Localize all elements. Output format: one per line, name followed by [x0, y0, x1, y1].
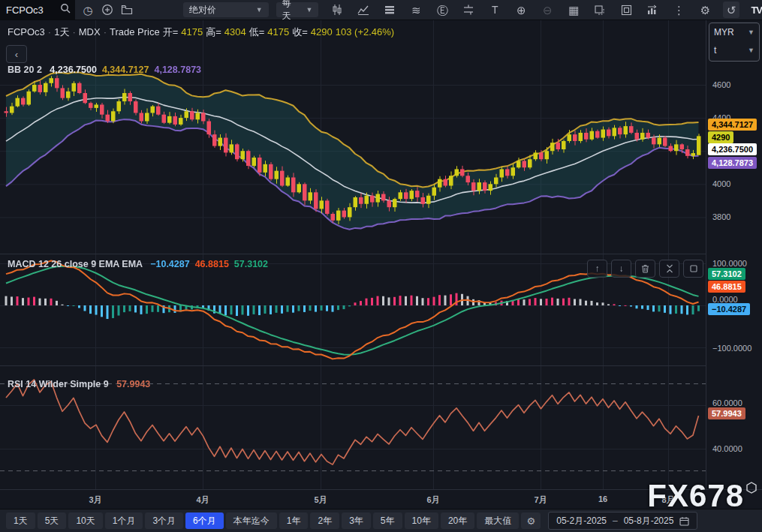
time-history-button[interactable]: ◷	[80, 2, 96, 18]
symbol-search-input[interactable]	[5, 4, 60, 17]
maximize-pane-button[interactable]	[683, 260, 703, 278]
pane-divider[interactable]	[0, 365, 706, 366]
range-button-3年[interactable]: 3年	[342, 512, 371, 529]
info-part: 103 (+2.46%)	[336, 26, 394, 38]
info-part: ·	[72, 26, 75, 38]
events-button[interactable]: Ⓔ	[434, 2, 450, 18]
range-button-20年[interactable]: 20年	[441, 512, 474, 529]
range-button-10天[interactable]: 10天	[68, 512, 102, 529]
range-button-本年迄今[interactable]: 本年迄今	[226, 512, 277, 529]
hexagon-logo-icon	[745, 482, 757, 494]
indicators-button[interactable]	[355, 2, 372, 18]
macd-value: 57.3102	[234, 259, 268, 269]
pane-divider[interactable]	[0, 254, 706, 254]
search-icon	[60, 3, 71, 17]
range-button-10年[interactable]: 10年	[405, 512, 438, 529]
volume-chart-button[interactable]	[644, 2, 661, 18]
axis-tick: 60.0000	[712, 398, 742, 407]
info-part: 4175	[267, 26, 289, 38]
pane-action-toolbar: ↑ ↓	[587, 260, 703, 278]
time-label: 6月	[426, 494, 439, 506]
bb-value: 4,128.7873	[154, 65, 201, 75]
time-label: 3月	[89, 494, 101, 506]
range-button-最大值[interactable]: 最大值	[477, 512, 519, 529]
tradingview-logo[interactable]: TV	[751, 5, 762, 16]
time-label: 4月	[196, 494, 209, 506]
price-axis-column[interactable]: 4600440040003800100.00000.0000−100.00006…	[706, 20, 762, 489]
info-part: 收=	[292, 26, 308, 38]
date-separator: –	[613, 515, 618, 526]
axis-tick: 3800	[712, 212, 730, 221]
move-pane-down-button[interactable]: ↓	[611, 260, 631, 278]
rsi-value: 57.9943	[116, 379, 150, 389]
data-table-button[interactable]: ▦	[565, 2, 582, 18]
scale-adjust-button[interactable]	[460, 2, 477, 18]
watermark-text: FX678	[647, 480, 744, 512]
date-to: 05-8月-2025	[624, 515, 674, 527]
info-part: 低=	[249, 26, 265, 38]
scale-adjust-icon	[462, 4, 474, 16]
range-button-5年[interactable]: 5年	[373, 512, 402, 529]
range-button-1个月[interactable]: 1个月	[105, 512, 143, 529]
undo-button[interactable]: ↺	[723, 2, 739, 18]
back-button[interactable]: ‹	[6, 45, 27, 63]
time-label: 16	[598, 494, 607, 503]
compare-button[interactable]	[381, 2, 398, 18]
layout-button[interactable]	[618, 2, 634, 18]
unit-dropdown[interactable]: t ▼	[709, 41, 759, 59]
more-options-button[interactable]: ⋮	[670, 2, 687, 18]
indicator-chart-icon	[357, 5, 369, 15]
chart-settings-button[interactable]: ⚙	[697, 2, 713, 18]
range-button-2年[interactable]: 2年	[310, 512, 339, 529]
range-button-5天[interactable]: 5天	[38, 512, 67, 529]
rsi-legend: RSI 14 Wilder Simple 9 57.9943	[8, 379, 150, 389]
symbol-search[interactable]	[0, 0, 75, 20]
axis-price-tag: 46.8815	[708, 281, 745, 293]
currency-dropdown[interactable]: MYR ▼	[709, 23, 759, 41]
info-part: Trade Price	[110, 26, 160, 38]
date-range-picker[interactable]: 05-2月-2025 – 05-8月-2025	[548, 512, 697, 530]
add-symbol-button[interactable]	[99, 2, 116, 18]
date-from: 05-2月-2025	[556, 515, 607, 527]
info-part: 4304	[224, 26, 246, 38]
folder-icon	[121, 5, 133, 15]
range-buttons: 1天5天10天1个月3个月6个月本年迄今1年2年3年5年10年20年最大值	[6, 512, 521, 529]
range-button-1年[interactable]: 1年	[279, 512, 309, 529]
chevron-down-icon: ▼	[306, 6, 312, 14]
bb-legend: BB 20 2 4,236.75004,344.71274,128.7873	[8, 65, 201, 75]
kebab-menu-icon: ⋮	[673, 5, 685, 16]
waves-icon: ≋	[411, 5, 421, 16]
zoom-in-button[interactable]: ⊕	[513, 2, 529, 18]
collapse-pane-button[interactable]	[659, 260, 679, 278]
watchlist-folder-button[interactable]	[119, 2, 135, 18]
text-tool-icon: T	[492, 5, 498, 15]
bottom-toolbar: 1天5天10天1个月3个月6个月本年迄今1年2年3年5年10年20年最大值 ⚙ …	[0, 509, 762, 532]
price-pane[interactable]	[0, 20, 706, 254]
info-part: 开=	[163, 26, 179, 38]
time-label: 5月	[314, 494, 327, 506]
move-pane-up-button[interactable]: ↑	[587, 260, 607, 278]
zoom-out-button[interactable]: ⊖	[539, 2, 556, 18]
time-label: 7月	[534, 494, 547, 506]
snapshot-button[interactable]	[592, 2, 608, 18]
gear-icon: ⚙	[700, 5, 710, 16]
delete-pane-button[interactable]	[635, 260, 655, 278]
arrow-up-icon: ↑	[595, 263, 600, 274]
axis-tick: −100.0000	[712, 344, 751, 353]
chart-style-button[interactable]	[329, 2, 345, 18]
macd-value: −10.4287	[150, 259, 189, 269]
rsi-legend-title: RSI 14 Wilder Simple 9	[8, 379, 109, 389]
price-mode-dropdown[interactable]: 绝对价 ▼	[183, 2, 269, 17]
axis-price-tag: 4,344.7127	[708, 119, 757, 131]
axis-tick: 4600	[712, 80, 730, 89]
multi-chart-button[interactable]: ≋	[408, 2, 424, 18]
range-button-1天[interactable]: 1天	[6, 512, 35, 529]
text-tool-button[interactable]: T	[486, 2, 503, 18]
unit-label: t	[714, 45, 716, 56]
info-part: MDX	[79, 26, 101, 38]
time-axis-settings-button[interactable]: ⚙	[521, 512, 541, 529]
range-button-3个月[interactable]: 3个月	[145, 512, 183, 529]
interval-dropdown[interactable]: 每天 ▼	[276, 2, 319, 17]
event-circle-icon: Ⓔ	[437, 5, 448, 16]
range-button-6个月[interactable]: 6个月	[185, 512, 224, 529]
